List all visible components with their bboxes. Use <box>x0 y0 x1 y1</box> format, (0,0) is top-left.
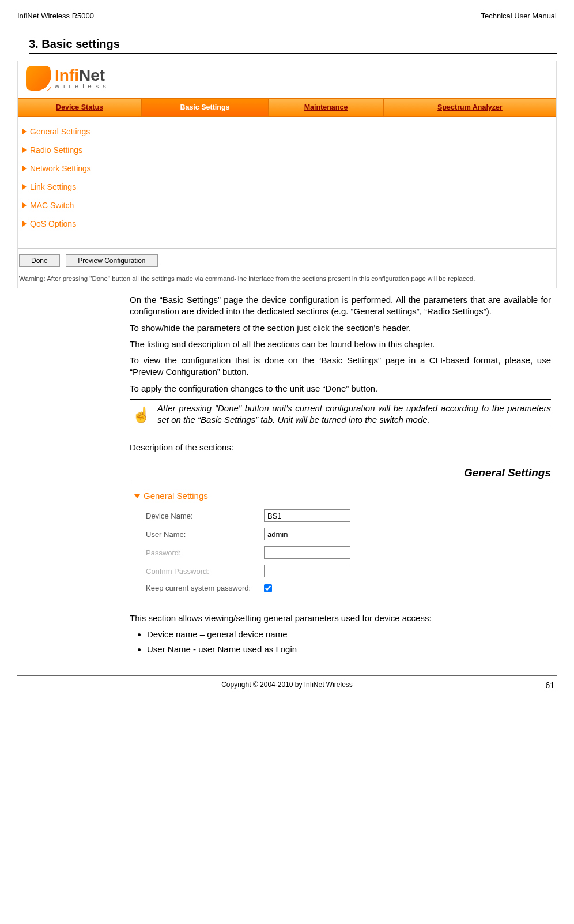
tab-bar: Device Status Basic Settings Maintenance… <box>18 98 556 117</box>
logo-text: InfiNet <box>55 67 110 84</box>
sidebar-item-label: QoS Options <box>30 219 76 228</box>
confirm-password-label: Confirm Password: <box>146 566 264 577</box>
logo-icon <box>26 66 51 91</box>
sidebar-item-mac[interactable]: MAC Switch <box>20 196 554 215</box>
chevron-right-icon <box>22 221 27 227</box>
confirm-password-input[interactable] <box>264 565 350 577</box>
sidebar-item-label: Radio Settings <box>30 145 82 155</box>
preview-button[interactable]: Preview Configuration <box>66 254 157 267</box>
chevron-right-icon <box>22 166 27 171</box>
basic-settings-screenshot: InfiNet wireless Device Status Basic Set… <box>17 61 557 288</box>
general-settings-section-header[interactable]: General Settings <box>134 490 546 502</box>
chevron-right-icon <box>22 147 27 153</box>
chevron-down-icon <box>134 494 140 498</box>
keep-password-checkbox[interactable] <box>264 584 272 592</box>
tab-basic-settings[interactable]: Basic Settings <box>142 99 269 116</box>
general-settings-heading: General Settings <box>130 465 551 483</box>
copyright: Copyright © 2004-2010 by InfiNet Wireles… <box>221 681 353 689</box>
device-name-label: Device Name: <box>146 511 264 521</box>
paragraph: To apply the configuration changes to th… <box>130 383 551 395</box>
paragraph: To view the configuration that is done o… <box>130 355 551 378</box>
sidebar-item-network[interactable]: Network Settings <box>20 159 554 178</box>
divider <box>18 248 556 249</box>
list-item: Device name – general device name <box>147 629 551 640</box>
note-box: ☝ After pressing "Done" button unit's cu… <box>130 399 551 430</box>
page-number: 61 <box>545 681 554 690</box>
tab-spectrum[interactable]: Spectrum Analyzer <box>384 99 556 116</box>
note-icon: ☝ <box>130 403 157 426</box>
paragraph: Description of the sections: <box>130 442 551 453</box>
sidebar-item-general[interactable]: General Settings <box>20 122 554 141</box>
chevron-right-icon <box>22 129 27 134</box>
chevron-right-icon <box>22 202 27 208</box>
paragraph: On the “Basic Settings” page the device … <box>130 294 551 318</box>
list-item: User Name - user Name used as Login <box>147 644 551 655</box>
password-label: Password: <box>146 548 264 558</box>
user-name-label: User Name: <box>146 529 264 540</box>
sidebar-item-radio[interactable]: Radio Settings <box>20 141 554 159</box>
user-name-input[interactable] <box>264 528 350 540</box>
logo-sub: wireless <box>55 82 110 89</box>
keep-password-label: Keep current system password: <box>146 583 264 594</box>
sidebar-item-label: Network Settings <box>30 164 91 173</box>
paragraph: This section allows viewing/setting gene… <box>130 613 551 624</box>
note-text: After pressing "Done" button unit's curr… <box>157 403 551 426</box>
section-label: General Settings <box>144 490 208 502</box>
sidebar-item-label: Link Settings <box>30 182 76 191</box>
section-title: 3. Basic settings <box>29 37 557 54</box>
header-left: InfiNet Wireless R5000 <box>17 12 94 20</box>
sidebar-item-qos[interactable]: QoS Options <box>20 215 554 233</box>
sidebar-item-link[interactable]: Link Settings <box>20 178 554 196</box>
tab-device-status[interactable]: Device Status <box>18 99 142 116</box>
warning-text: Warning: After pressing "Done" button al… <box>18 272 556 288</box>
sidebar: General Settings Radio Settings Network … <box>18 117 556 243</box>
infinet-logo: InfiNet wireless <box>26 66 110 91</box>
general-settings-screenshot: General Settings Device Name: User Name:… <box>130 487 551 608</box>
header-right: Technical User Manual <box>481 12 557 20</box>
paragraph: To show/hide the parameters of the secti… <box>130 322 551 334</box>
paragraph: The listing and description of all the s… <box>130 339 551 350</box>
tab-maintenance[interactable]: Maintenance <box>269 99 384 116</box>
device-name-input[interactable] <box>264 509 350 522</box>
chevron-right-icon <box>22 184 27 190</box>
done-button[interactable]: Done <box>19 254 60 267</box>
sidebar-item-label: MAC Switch <box>30 201 74 210</box>
password-input[interactable] <box>264 546 350 559</box>
sidebar-item-label: General Settings <box>30 127 90 136</box>
